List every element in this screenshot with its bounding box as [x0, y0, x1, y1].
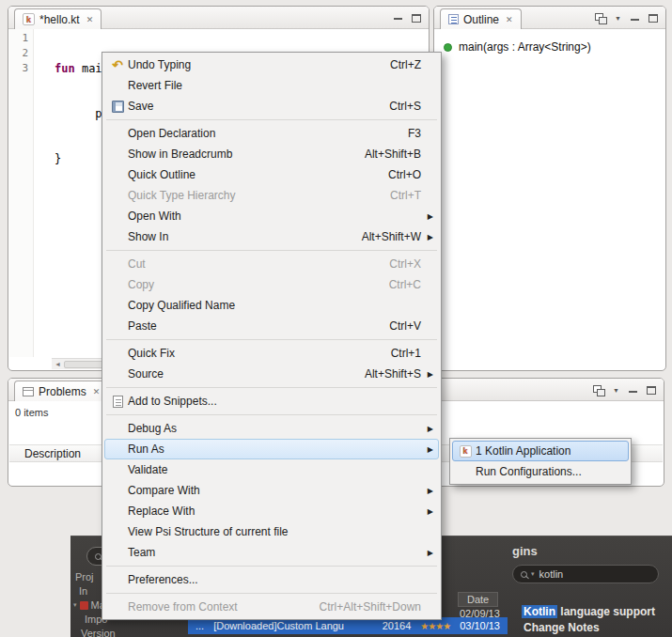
- maximize-icon[interactable]: [647, 386, 656, 395]
- run-as-submenu: k 1 Kotlin Application Run Configuration…: [449, 438, 632, 485]
- minimize-icon[interactable]: [630, 14, 640, 23]
- view-menu-icon[interactable]: ▼: [613, 387, 619, 394]
- menu-item-replace-with[interactable]: Replace With ▶: [104, 501, 439, 521]
- submenu-arrow-icon: ▶: [428, 549, 433, 557]
- menu-item-preferences[interactable]: Preferences...: [104, 569, 439, 590]
- save-icon: [107, 101, 128, 113]
- module-icon: [80, 601, 88, 610]
- views-icon[interactable]: [593, 385, 604, 396]
- tab-outline[interactable]: Outline ✕: [440, 8, 522, 29]
- outline-entry-main[interactable]: main(args : Array<String>): [444, 40, 591, 54]
- kotlin-file-icon: k: [23, 13, 35, 25]
- submenu-arrow-icon: ▶: [428, 425, 433, 433]
- menu-item-undo-typing[interactable]: ↶ Undo Typing Ctrl+Z: [104, 54, 439, 75]
- menu-item-remove-from-context: Remove from Context Ctrl+Alt+Shift+Down: [104, 597, 439, 617]
- menu-item-show-in-breadcrumb[interactable]: Show in Breadcrumb Alt+Shift+B: [104, 144, 439, 164]
- tree-expander-icon: ▾: [73, 601, 77, 609]
- menu-separator: [106, 566, 437, 567]
- plugin-detail-subtitle: Change Notes: [524, 621, 600, 634]
- outline-view: Outline ✕ ▼ main(args : Array<String>): [433, 6, 666, 371]
- outline-icon: [448, 14, 459, 24]
- menu-item-view-psi-structure[interactable]: View Psi Structure of current file: [104, 521, 439, 542]
- minimize-icon[interactable]: [628, 386, 638, 396]
- submenu-arrow-icon: ▶: [428, 507, 433, 516]
- menu-item-team[interactable]: Team ▶: [104, 542, 439, 563]
- problems-window-buttons: ▼: [593, 385, 656, 396]
- menu-item-revert-file[interactable]: Revert File: [104, 75, 439, 96]
- menu-item-copy-qualified-name[interactable]: Copy Qualified Name: [104, 295, 439, 316]
- tab-problems[interactable]: Problems ✕: [14, 381, 108, 401]
- editor-context-menu: ↶ Undo Typing Ctrl+Z Revert File Save Ct…: [102, 52, 442, 620]
- sidebar-item: Version: [81, 628, 116, 637]
- menu-item-debug-as[interactable]: Debug As ▶: [104, 418, 439, 439]
- maximize-icon[interactable]: [412, 14, 421, 23]
- menu-item-compare-with[interactable]: Compare With ▶: [104, 480, 439, 501]
- menu-item-show-in[interactable]: Show In Alt+Shift+W ▶: [104, 226, 439, 247]
- search-text: kotlin: [539, 568, 564, 580]
- plugin-name: [Downloaded]Custom Langu: [213, 620, 344, 631]
- tab-hello-kt[interactable]: k *hello.kt ✕: [14, 8, 102, 29]
- sidebar-item: Proj: [75, 571, 94, 583]
- tab-label: Outline: [463, 13, 499, 26]
- menu-separator: [106, 119, 437, 120]
- minimize-icon[interactable]: [393, 13, 403, 23]
- plugin-search-right[interactable]: ▾ kotlin: [512, 565, 659, 583]
- items-count: 0 items: [15, 407, 48, 418]
- snippets-icon: [107, 396, 128, 408]
- line-number: 1: [9, 31, 28, 46]
- menu-item-save[interactable]: Save Ctrl+S: [104, 96, 439, 117]
- plugins-title-fragment: gins: [512, 544, 538, 558]
- outline-window-buttons: ▼: [595, 13, 658, 23]
- method-icon: [444, 43, 452, 52]
- submenu-arrow-icon: ▶: [428, 370, 433, 379]
- line-number: 3: [9, 61, 28, 76]
- menu-separator: [106, 250, 437, 251]
- maximize-icon[interactable]: [649, 14, 658, 23]
- line-number-gutter: 1 2 3: [9, 29, 34, 357]
- menu-separator: [106, 414, 437, 415]
- search-scope-caret-icon: ▾: [531, 570, 535, 578]
- row-prefix: ...: [195, 620, 204, 631]
- view-menu-icon[interactable]: ▼: [615, 15, 621, 22]
- submenu-item-kotlin-application[interactable]: k 1 Kotlin Application: [452, 441, 629, 461]
- menu-item-open-declaration[interactable]: Open Declaration F3: [104, 123, 439, 144]
- menu-separator: [106, 593, 437, 594]
- close-icon[interactable]: ✕: [93, 387, 101, 396]
- workbench: pl gins ▾ kotlin Proj In ▾ Ma Impo Versi…: [0, 0, 672, 637]
- tab-label: Problems: [39, 385, 86, 398]
- kotlin-run-icon: k: [455, 445, 476, 458]
- close-icon[interactable]: ✕: [86, 15, 94, 24]
- scroll-left-icon[interactable]: ◄: [55, 361, 61, 367]
- rating-stars: ★★★★: [420, 621, 450, 631]
- menu-item-validate[interactable]: Validate: [104, 459, 439, 480]
- search-match-highlight: Kotlin: [522, 605, 557, 618]
- editor-tabstrip: k *hello.kt ✕: [8, 7, 429, 29]
- views-icon[interactable]: [595, 13, 606, 23]
- search-icon: [95, 553, 102, 560]
- problems-icon: [23, 387, 34, 396]
- outline-entry-label: main(args : Array<String>): [459, 40, 591, 54]
- menu-item-quick-fix[interactable]: Quick Fix Ctrl+1: [104, 343, 439, 364]
- menu-item-cut: Cut Ctrl+X: [104, 254, 439, 274]
- sidebar-item: In: [79, 585, 87, 597]
- menu-item-add-to-snippets[interactable]: Add to Snippets...: [104, 391, 439, 412]
- sidebar-item: ▾ Ma: [73, 599, 105, 611]
- submenu-arrow-icon: ▶: [428, 212, 433, 221]
- editor-window-buttons: [393, 13, 421, 23]
- menu-item-paste[interactable]: Paste Ctrl+V: [104, 316, 439, 336]
- menu-item-quick-outline[interactable]: Quick Outline Ctrl+O: [104, 164, 439, 185]
- outline-tabstrip: Outline ✕ ▼: [434, 7, 665, 29]
- submenu-arrow-icon: ▶: [428, 445, 433, 454]
- undo-icon: ↶: [107, 57, 128, 72]
- close-icon[interactable]: ✕: [506, 15, 513, 24]
- line-number: 2: [9, 46, 28, 61]
- date-column-header[interactable]: Date: [458, 592, 498, 607]
- submenu-arrow-icon: ▶: [428, 487, 433, 495]
- tab-label: *hello.kt: [39, 13, 80, 26]
- menu-item-quick-type-hierarchy: Quick Type Hierarchy Ctrl+T: [104, 185, 439, 206]
- submenu-item-run-configurations[interactable]: Run Configurations...: [452, 461, 629, 482]
- menu-item-source[interactable]: Source Alt+Shift+S ▶: [104, 364, 439, 384]
- menu-item-open-with[interactable]: Open With ▶: [104, 206, 439, 226]
- plugin-detail-title: Kotlin language support: [522, 605, 655, 618]
- menu-item-run-as[interactable]: Run As ▶: [104, 439, 439, 459]
